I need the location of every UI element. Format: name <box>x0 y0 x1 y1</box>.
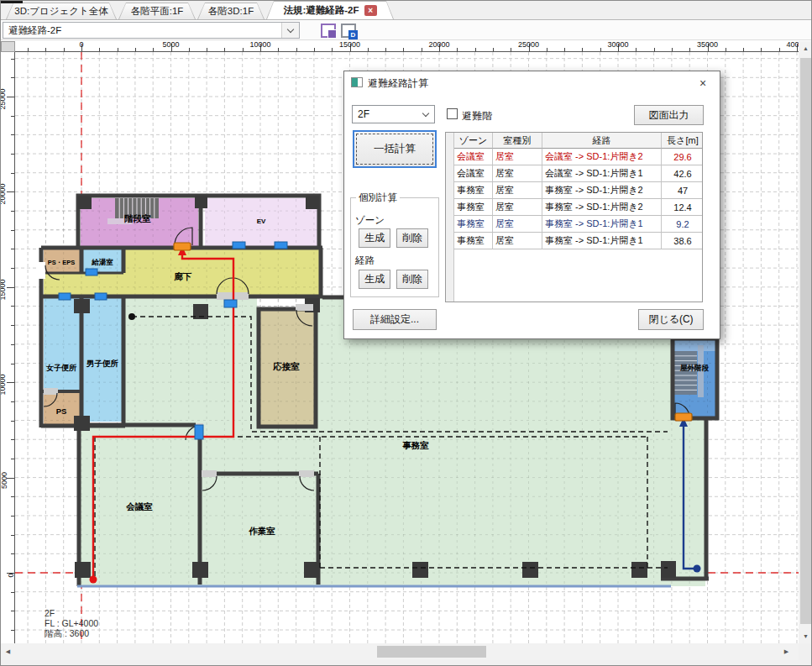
table-row[interactable]: 事務室居室事務室 -> SD-1:片開き247 <box>454 182 703 199</box>
scroll-up-icon[interactable]: ▲ <box>799 41 812 55</box>
dialog-close-icon[interactable]: × <box>693 75 713 91</box>
batch-calculate-button[interactable]: 一括計算 <box>353 130 437 168</box>
evacuation-route-dialog: 避難経路計算 × 2F 避難階 図面出力 一括計算 個別計算 ゾーン 生成 削除… <box>343 71 720 339</box>
floor-combobox[interactable]: 2F <box>352 105 435 123</box>
combobox-dropdown-icon[interactable] <box>417 106 434 123</box>
row-selector-column <box>446 133 454 302</box>
ruler-label: 0 <box>6 573 14 577</box>
ruler-tick <box>11 459 14 459</box>
tab-label: 3D:プロジェクト全体 <box>14 5 108 18</box>
room-label-womens_toilet: 女子便所 <box>45 364 77 372</box>
export-drawing-d-icon[interactable] <box>341 24 356 38</box>
zone-delete-button[interactable]: 削除 <box>396 228 428 248</box>
ruler-tick <box>11 516 14 517</box>
ruler-tick <box>7 97 14 97</box>
ruler-tick <box>743 48 744 51</box>
save-drawing-icon[interactable] <box>321 24 336 38</box>
ruler-tick <box>296 48 297 51</box>
table-row[interactable]: 事務室居室事務室 -> SD-1:片開き19.2 <box>454 216 703 233</box>
tab-evacuation-route-2f[interactable]: 法規:避難経路-2F × <box>266 1 394 19</box>
ruler-corner <box>1 41 15 52</box>
column-header[interactable]: 長さ[m] <box>662 133 703 149</box>
room-label-stair_room: 階段室 <box>124 213 151 223</box>
ruler-tick <box>135 48 136 51</box>
zone-generate-button[interactable]: 生成 <box>359 228 390 248</box>
ruler-tick <box>11 630 14 631</box>
ruler-tick <box>11 439 14 440</box>
route-section-label: 経路 <box>355 254 375 267</box>
table-cell-zone: 事務室 <box>454 182 493 199</box>
scroll-right-icon[interactable]: ▶ <box>779 643 794 660</box>
ruler-tick <box>7 191 14 192</box>
dialog-close-button[interactable]: 閉じる(C) <box>638 309 704 330</box>
ruler-label: 15000 <box>1 279 6 300</box>
annotation-line: FL : GL+4000 <box>45 618 98 628</box>
ruler-tick <box>422 48 422 51</box>
room-label-reception: 応接室 <box>272 361 300 371</box>
tab-close-icon[interactable]: × <box>364 5 377 16</box>
table-cell-route: 事務室 -> SD-1:片開き1 <box>542 216 662 233</box>
table-cell-type: 居室 <box>493 216 542 233</box>
ruler-tick <box>11 421 14 422</box>
ruler-tick <box>636 48 637 51</box>
ruler-label: 30000 <box>607 41 628 49</box>
table-row[interactable]: 会議室居室会議室 -> SD-1:片開き142.6 <box>454 165 703 182</box>
tab-floor-3d-1f[interactable]: 各階3D:1F <box>197 3 265 19</box>
scroll-down-icon[interactable]: ▼ <box>799 629 812 643</box>
table-cell-zone: 事務室 <box>454 216 493 233</box>
detail-settings-button[interactable]: 詳細設定... <box>353 309 437 330</box>
route-generate-button[interactable]: 生成 <box>359 270 390 289</box>
dialog-title: 避難経路計算 <box>368 76 428 91</box>
route-table[interactable]: ゾーン室種別経路長さ[m]会議室居室会議室 -> SD-1:片開き229.6会議… <box>445 132 703 302</box>
ruler-label: 5000 <box>1 472 8 489</box>
ruler-tick <box>332 48 333 51</box>
route-delete-button[interactable]: 削除 <box>396 270 428 289</box>
room-label-ev: EV <box>257 218 266 225</box>
table-cell-type: 居室 <box>493 182 542 199</box>
ruler-label: 5000 <box>162 41 179 49</box>
column-header[interactable]: ゾーン <box>454 133 493 149</box>
ruler-tick <box>385 48 386 51</box>
column-header[interactable]: 室種別 <box>493 133 542 149</box>
ruler-tick <box>511 48 511 51</box>
combobox-dropdown-icon[interactable] <box>281 23 299 38</box>
horizontal-scrollbar[interactable]: ◀ ▶ <box>1 643 799 660</box>
table-row[interactable]: 事務室居室事務室 -> SD-1:片開き138.6 <box>454 233 703 249</box>
annotation-line: 階高 : 3600 <box>45 628 89 638</box>
tab-floor-plan-1f[interactable]: 各階平面:1F <box>118 3 196 19</box>
ruler-tick <box>153 48 154 51</box>
ruler-tick <box>582 48 583 51</box>
ruler-tick <box>475 48 476 51</box>
horizontal-scroll-thumb[interactable] <box>377 646 486 658</box>
table-row[interactable]: 会議室居室会議室 -> SD-1:片開き229.6 <box>454 149 703 165</box>
ruler-label: 10000 <box>249 41 270 49</box>
table-row[interactable]: 事務室居室事務室 -> SD-1:片開き212.4 <box>454 199 703 216</box>
drawing-output-button[interactable]: 図面出力 <box>634 105 704 125</box>
table-cell-route: 事務室 -> SD-1:片開き2 <box>542 182 662 199</box>
tab-3d-project[interactable]: 3D:プロジェクト全体 <box>6 3 117 19</box>
floor-combobox-value: 2F <box>353 108 417 120</box>
ruler-tick <box>457 48 458 51</box>
dialog-title-bar[interactable]: 避難経路計算 × <box>344 71 720 93</box>
room-label-ps: PS <box>56 406 67 416</box>
table-cell-zone: 会議室 <box>454 165 493 182</box>
ruler-tick <box>11 59 14 60</box>
ruler-tick <box>11 306 14 307</box>
ruler-label: 20000 <box>1 184 6 205</box>
view-selector-combobox[interactable]: 避難経路-2F <box>3 22 300 39</box>
evac-floor-checkbox[interactable] <box>447 108 458 119</box>
table-cell-length: 38.6 <box>662 233 703 249</box>
ruler-tick <box>224 48 225 51</box>
ruler-tick <box>689 48 690 51</box>
horizontal-ruler: 0500010000150002000025000300003500040000 <box>15 41 799 52</box>
vertical-ruler: 2500020000150001000050000 <box>1 52 15 643</box>
ruler-label: 25000 <box>1 88 6 109</box>
ruler-tick <box>11 249 14 249</box>
vertical-scrollbar[interactable]: ▲ ▼ <box>799 41 812 643</box>
ruler-tick <box>11 611 14 611</box>
column-header[interactable]: 経路 <box>542 133 662 149</box>
vertical-scroll-thumb[interactable] <box>800 58 811 624</box>
ruler-tick <box>11 496 14 497</box>
table-cell-zone: 事務室 <box>454 199 493 216</box>
scroll-left-icon[interactable]: ◀ <box>1 643 15 660</box>
